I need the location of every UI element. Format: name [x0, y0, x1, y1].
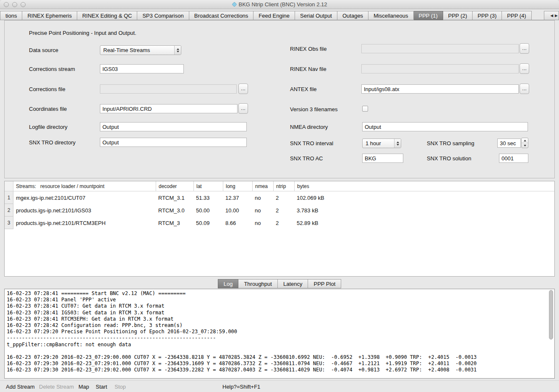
zoom-button[interactable]	[21, 2, 26, 7]
snx-tro-sampling-stepper[interactable]	[521, 138, 528, 148]
window-title: BKG Ntrip Client (BNC) Version 2.12	[239, 1, 327, 8]
stream-long: 12.37	[223, 191, 252, 204]
corrections-file-browse-button[interactable]: ...	[238, 84, 248, 94]
tab-ppp-plot[interactable]: PPP Plot	[308, 279, 341, 288]
tab-ppp-4[interactable]: PPP (4)	[502, 11, 531, 20]
dropdown-arrows-icon	[174, 46, 181, 55]
coordinates-file-label: Coordinates file	[29, 106, 67, 112]
log-output: 16-02-23 07:28:41 ========= Start BNC v2…	[5, 289, 554, 374]
data-source-select[interactable]: Real-Time Streams	[100, 45, 181, 55]
bnc-window: BKG Ntrip Client (BNC) Version 2.12 tion…	[0, 0, 559, 392]
app-icon	[232, 2, 237, 7]
corrections-stream-input[interactable]	[100, 64, 184, 73]
snx-tro-solution-label: SNX TRO solution	[427, 155, 471, 162]
bottom-toolbar: Add Stream Delete Stream Map Start Stop …	[0, 380, 559, 392]
tab-miscellaneous[interactable]: Miscellaneous	[368, 11, 413, 20]
stream-row[interactable]: 3 products.igs-ip.net:2101/RTCM3EPH RTCM…	[5, 217, 554, 229]
dropdown-arrows-icon	[394, 139, 401, 148]
stepper-up-icon[interactable]	[522, 138, 528, 143]
tab-scroll-right-icon[interactable]: ▶	[555, 13, 558, 18]
coordinates-file-browse-button[interactable]: ...	[238, 103, 248, 114]
snx-tro-sampling-input[interactable]	[497, 139, 521, 148]
snx-tro-ac-input[interactable]	[362, 154, 403, 163]
rinex-obs-file-browse-button[interactable]: ...	[520, 43, 529, 54]
stream-nmea: no	[252, 217, 273, 229]
corrections-stream-label: Corrections stream	[29, 66, 75, 72]
nmea-directory-label: NMEA directory	[290, 124, 328, 130]
tab-outages[interactable]: Outages	[337, 11, 368, 20]
antex-file-browse-button[interactable]: ...	[520, 84, 529, 94]
antex-file-input[interactable]	[361, 84, 519, 94]
rinex-obs-file-input[interactable]	[361, 44, 519, 53]
close-button[interactable]	[4, 2, 9, 7]
header-nmea: nmea	[252, 181, 273, 191]
header-ntrip: ntrip	[273, 181, 294, 191]
stream-bytes: 3.783 kB	[294, 204, 554, 217]
streams-table-header: Streams: resource loader / mountpoint de…	[5, 181, 554, 191]
corrections-file-label: Corrections file	[29, 86, 65, 92]
stream-decoder: RTCM_3.1	[156, 191, 193, 204]
stream-nmea: no	[252, 191, 273, 204]
tab-options[interactable]: tions	[0, 11, 22, 20]
logfile-directory-input[interactable]	[100, 122, 247, 131]
minimize-button[interactable]	[12, 2, 17, 7]
tab-log[interactable]: Log	[218, 279, 239, 288]
snx-tro-ac-label: SNX TRO AC	[290, 155, 323, 162]
snx-tro-interval-select[interactable]: 1 hour	[362, 139, 401, 148]
row-number: 1	[5, 191, 13, 204]
header-decoder: decoder	[156, 181, 193, 191]
ppp-panel: Precise Point Positioning - Input and Ou…	[4, 20, 555, 178]
start-button[interactable]: Start	[96, 384, 107, 390]
stream-ntrip: 2	[273, 204, 294, 217]
version3-filenames-checkbox[interactable]	[362, 106, 368, 112]
snx-tro-directory-input[interactable]	[100, 138, 247, 147]
tab-ppp-3[interactable]: PPP (3)	[473, 11, 502, 20]
stream-decoder: RTCM_3.0	[156, 204, 193, 217]
log-scrollbar-thumb[interactable]	[549, 290, 553, 340]
rinex-nav-file-browse-button[interactable]: ...	[520, 63, 529, 74]
tab-throughput[interactable]: Throughput	[238, 279, 278, 288]
rinex-obs-file-label: RINEX Obs file	[290, 46, 327, 52]
tab-ppp-2[interactable]: PPP (2)	[443, 11, 473, 20]
tab-sp3-comparison[interactable]: SP3 Comparison	[137, 11, 189, 20]
tab-feed-engine[interactable]: Feed Engine	[253, 11, 295, 20]
rinex-nav-file-input[interactable]	[361, 64, 519, 73]
stream-row[interactable]: 2 products.igs-ip.net:2101/IGS03 RTCM_3.…	[5, 204, 554, 217]
stream-bytes: 52.89 kB	[294, 217, 554, 229]
title-bar[interactable]: BKG Ntrip Client (BNC) Version 2.12	[0, 0, 559, 9]
header-lat: lat	[193, 181, 223, 191]
snx-tro-directory-label: SNX TRO directory	[29, 139, 76, 146]
stop-button[interactable]: Stop	[115, 384, 126, 390]
snx-tro-solution-input[interactable]	[499, 154, 528, 163]
map-button[interactable]: Map	[78, 384, 89, 390]
corrections-file-input[interactable]	[100, 84, 237, 94]
main-tab-bar: tions RINEX Ephemeris RINEX Editing & QC…	[0, 11, 559, 20]
stream-mountpoint: products.igs-ip.net:2101/RTCM3EPH	[13, 217, 156, 229]
tab-serial-output[interactable]: Serial Output	[295, 11, 337, 20]
antex-file-label: ANTEX file	[290, 86, 317, 92]
coordinates-file-input[interactable]	[100, 104, 238, 113]
nmea-directory-input[interactable]	[362, 122, 528, 131]
data-source-label: Data source	[29, 47, 58, 53]
panel-heading: Precise Point Positioning - Input and Ou…	[29, 30, 136, 36]
tab-ppp-1[interactable]: PPP (1)	[414, 11, 443, 20]
tab-latency[interactable]: Latency	[278, 279, 308, 288]
snx-tro-interval-label: SNX TRO interval	[290, 140, 333, 146]
stepper-down-icon[interactable]	[522, 143, 528, 148]
tab-rinex-editing-qc[interactable]: RINEX Editing & QC	[77, 11, 138, 20]
stream-ntrip: 2	[273, 217, 294, 229]
stream-decoder: RTCM_3	[156, 217, 193, 229]
delete-stream-button[interactable]: Delete Stream	[39, 384, 74, 390]
stream-mountpoint: mgex.igs-ip.net:2101/CUT07	[13, 191, 156, 204]
tab-broadcast-corrections[interactable]: Broadcast Corrections	[189, 11, 254, 20]
stream-row[interactable]: 1 mgex.igs-ip.net:2101/CUT07 RTCM_3.1 51…	[5, 191, 554, 204]
header-long: long	[223, 181, 252, 191]
snx-tro-interval-value: 1 hour	[363, 140, 394, 146]
tab-rinex-ephemeris[interactable]: RINEX Ephemeris	[22, 11, 77, 20]
tab-scroll-left-icon[interactable]: ◀	[550, 13, 553, 18]
output-tab-bar: Log Throughput Latency PPP Plot	[0, 279, 559, 288]
add-stream-button[interactable]: Add Stream	[6, 384, 35, 390]
stream-bytes: 102.069 kB	[294, 191, 554, 204]
traffic-lights	[4, 2, 26, 7]
snx-tro-sampling-label: SNX TRO sampling	[427, 140, 474, 146]
